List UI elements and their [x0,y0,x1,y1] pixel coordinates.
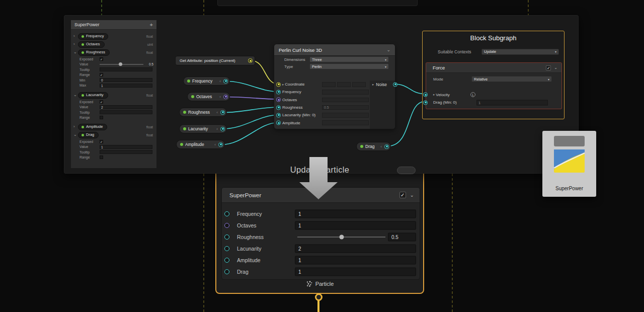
param-node-frequency[interactable]: Frequency [183,76,230,86]
frequency-port[interactable] [276,90,281,94]
drag-field[interactable]: 1 [295,267,416,276]
min-field[interactable]: 0 [100,78,152,82]
roughness-field[interactable]: 0.5 [388,232,416,241]
block-enabled-checkbox[interactable] [399,192,406,198]
exposed-checkbox[interactable] [100,140,103,143]
collapse-arrow-icon[interactable] [73,133,78,137]
chevron-down-icon[interactable] [554,65,557,70]
lacunarity-port[interactable] [224,246,229,251]
coordinate-x-field[interactable] [322,82,336,87]
chevron-down-icon[interactable] [386,47,390,52]
property-row-drag[interactable]: Drag float [71,131,156,139]
tooltip-field[interactable] [100,67,152,71]
type-dropdown[interactable]: Perlin [309,63,389,69]
coordinate-z-field[interactable] [352,82,366,87]
octaves-field[interactable]: 1 [295,221,416,229]
collapse-icon[interactable] [216,127,218,131]
add-property-button[interactable]: + [150,22,153,28]
noise-output-port[interactable] [393,82,397,87]
property-row-lacunarity[interactable]: Lacunarity float [71,91,156,99]
octaves-port[interactable] [276,98,281,102]
collapse-icon[interactable] [380,144,382,149]
property-row-frequency[interactable]: Frequency float [71,32,156,40]
position-output-port[interactable] [248,58,253,63]
tooltip-field[interactable] [100,110,152,114]
collapse-icon[interactable] [216,110,218,115]
drag-port[interactable] [423,100,428,105]
property-row-octaves[interactable]: Octaves uint [71,40,156,48]
property-pill[interactable]: Frequency [78,33,108,40]
roughness-slider-thumb[interactable] [340,235,344,239]
amplitude-field[interactable]: 1 [295,256,416,264]
param-node-amplitude[interactable]: Amplitude [176,140,225,149]
force-block[interactable]: Force Mode Relative Velocity L Drag (Min… [426,62,562,109]
collapse-icon[interactable] [219,79,221,84]
collapse-arrow-icon[interactable] [73,50,78,54]
collapse-icon[interactable] [219,95,221,99]
output-port[interactable] [220,127,225,131]
lacunarity-field[interactable] [322,113,369,118]
value-field[interactable]: 1 [100,145,152,149]
output-port[interactable] [218,142,223,147]
octaves-field[interactable] [322,98,369,103]
param-node-octaves[interactable]: Octaves [187,92,230,101]
octaves-port[interactable] [224,223,229,228]
coordinate-port[interactable] [276,82,281,87]
value-field[interactable]: 2 [100,105,152,109]
frequency-field[interactable] [322,90,369,95]
property-pill[interactable]: Amplitude [78,124,107,130]
expand-triangle-icon[interactable] [282,83,284,87]
range-checkbox[interactable] [100,73,103,76]
tooltip-field[interactable] [100,150,152,154]
roughness-port[interactable] [224,235,229,240]
output-port[interactable] [223,79,228,84]
value-slider[interactable] [100,64,143,65]
range-checkbox[interactable] [100,155,103,159]
param-node-drag[interactable]: Drag [356,142,391,151]
get-attribute-node[interactable]: Get Attribute: position (Current) [175,56,255,65]
output-port[interactable] [384,144,389,149]
amplitude-field[interactable] [322,120,369,125]
context-flow-port[interactable] [315,293,323,301]
roughness-field[interactable]: 0.5 [322,105,369,110]
expand-arrow-icon[interactable] [73,125,78,129]
roughness-port[interactable] [276,105,281,110]
velocity-port[interactable] [423,93,428,97]
subgraph-asset-thumbnail[interactable]: SuperPower [542,131,596,197]
slider-thumb[interactable] [119,62,122,66]
block-subgraph-panel[interactable]: Block Subgraph Suitable Contexts Update … [422,31,565,119]
local-space-badge[interactable]: L [470,92,475,97]
param-node-lacunarity[interactable]: Lacunarity [179,124,227,133]
mode-dropdown[interactable]: Relative [471,76,552,82]
chevron-down-icon[interactable] [410,192,414,198]
frequency-port[interactable] [224,211,229,216]
property-pill[interactable]: Octaves [78,41,105,48]
property-row-amplitude[interactable]: Amplitude float [71,123,156,131]
expand-arrow-icon[interactable] [73,34,78,38]
drag-value-field[interactable]: 1 [476,100,548,105]
output-port[interactable] [220,110,225,115]
property-pill[interactable]: Drag [78,132,99,138]
param-node-roughness[interactable]: Roughness [179,108,227,117]
exposed-checkbox[interactable] [100,100,103,104]
property-pill[interactable]: Lacunarity [78,92,108,99]
property-row-roughness[interactable]: Roughness float [71,48,156,56]
force-enabled-checkbox[interactable] [546,65,551,70]
lacunarity-port[interactable] [276,113,281,117]
output-port[interactable] [223,95,228,99]
node-header[interactable]: Perlin Curl Noise 3D [274,44,395,56]
lacunarity-field[interactable]: 2 [295,244,416,253]
perlin-curl-noise-node[interactable]: Perlin Curl Noise 3D Dimensions Three Ty… [274,44,395,129]
exposed-checkbox[interactable] [100,57,103,61]
suitable-contexts-dropdown[interactable]: Update [481,49,559,55]
coordinate-y-field[interactable] [337,82,351,87]
drag-port[interactable] [224,269,229,274]
particle-flow-anchor[interactable]: Particle [216,281,423,287]
superpower-block[interactable]: SuperPower Frequency 1 Octaves 1 Roughne [221,187,420,280]
max-field[interactable]: 1 [100,84,152,88]
force-block-header[interactable]: Force [426,63,561,73]
context-options-box[interactable] [397,167,416,174]
collapse-icon[interactable] [214,142,216,147]
collapse-arrow-icon[interactable] [73,93,78,97]
property-pill[interactable]: Roughness [78,49,110,56]
